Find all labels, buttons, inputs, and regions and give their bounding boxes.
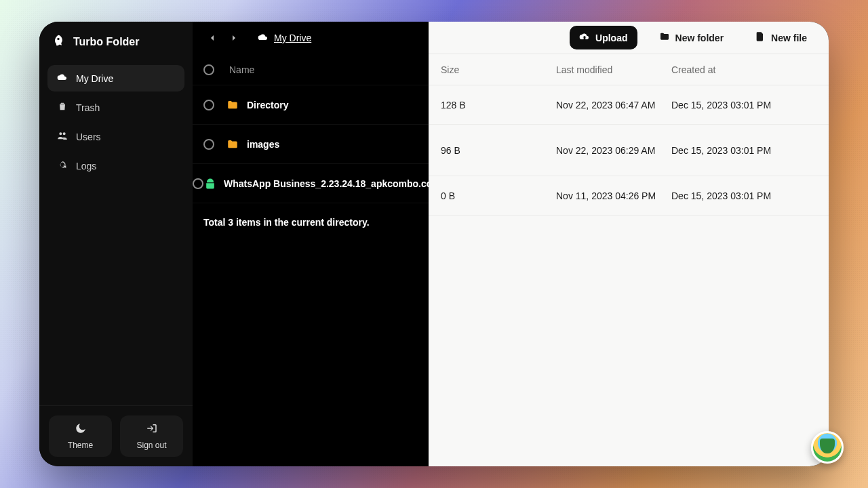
new-folder-icon xyxy=(659,31,670,44)
cell-modified: Nov 22, 2023 06:29 AM xyxy=(556,145,671,156)
cell-modified: Nov 11, 2023 04:26 PM xyxy=(556,190,671,201)
app-title: Turbo Folder xyxy=(73,36,139,48)
row-name: images xyxy=(247,139,279,150)
white-panel: Upload New folder New file Size Last mod… xyxy=(429,22,829,466)
folder-icon xyxy=(225,98,240,113)
trash-icon xyxy=(57,101,68,114)
upload-button[interactable]: Upload xyxy=(570,26,637,49)
svg-point-0 xyxy=(57,38,59,40)
header-name[interactable]: Name xyxy=(225,64,254,75)
cell-created: Dec 15, 2023 03:01 PM xyxy=(671,145,787,156)
signout-button[interactable]: Sign out xyxy=(120,415,183,457)
avatar[interactable] xyxy=(811,431,844,464)
table-row[interactable]: 128 B Nov 22, 2023 06:47 AM Dec 15, 2023… xyxy=(429,85,829,125)
app-window: Turbo Folder My Drive Trash Users Logs xyxy=(39,22,829,466)
sidebar-item-users[interactable]: Users xyxy=(47,123,184,150)
folder-icon xyxy=(225,137,240,152)
row-name: Directory xyxy=(247,100,288,110)
table-row[interactable]: images xyxy=(193,125,429,164)
row-checkbox[interactable] xyxy=(203,139,214,150)
table-row[interactable]: 0 B Nov 11, 2023 04:26 PM Dec 15, 2023 0… xyxy=(429,176,829,216)
cell-created: Dec 15, 2023 03:01 PM xyxy=(671,190,787,201)
sidebar-item-logs[interactable]: Logs xyxy=(47,152,184,179)
sidebar-nav: My Drive Trash Users Logs xyxy=(39,60,193,184)
sidebar-item-label: Logs xyxy=(76,161,96,171)
cell-size: 128 B xyxy=(441,100,556,110)
upload-label: Upload xyxy=(595,33,627,43)
breadcrumb-label: My Drive xyxy=(274,33,311,43)
dark-panel: My Drive Name Directory images xyxy=(193,22,429,466)
header-created[interactable]: Created at xyxy=(671,64,787,75)
rocket-icon xyxy=(52,34,65,50)
select-all-checkbox[interactable] xyxy=(203,64,214,75)
sidebar: Turbo Folder My Drive Trash Users Logs xyxy=(39,22,193,466)
upload-icon xyxy=(579,31,590,44)
cloud-icon xyxy=(57,72,68,85)
breadcrumb[interactable]: My Drive xyxy=(258,32,311,45)
nav-forward-button[interactable] xyxy=(226,30,241,45)
new-folder-button[interactable]: New folder xyxy=(650,26,734,49)
cloud-icon xyxy=(258,32,269,45)
header-size[interactable]: Size xyxy=(441,64,556,75)
row-checkbox[interactable] xyxy=(193,178,203,189)
cell-created: Dec 15, 2023 03:01 PM xyxy=(671,100,787,110)
sidebar-item-trash[interactable]: Trash xyxy=(47,94,184,121)
sidebar-item-label: My Drive xyxy=(76,73,113,84)
row-name: WhatsApp Business_2.23.24.18_apkcombo.co… xyxy=(224,178,460,189)
header-modified[interactable]: Last modified xyxy=(556,64,671,75)
new-file-button[interactable]: New file xyxy=(745,26,816,49)
table-row[interactable]: Directory xyxy=(193,85,429,125)
sidebar-item-label: Trash xyxy=(76,102,100,113)
sidebar-footer: Theme Sign out xyxy=(39,405,193,466)
white-topbar: Upload New folder New file xyxy=(429,22,829,54)
table-row[interactable]: WhatsApp Business_2.23.24.18_apkcombo.co… xyxy=(193,164,429,203)
table-header-dark: Name xyxy=(193,54,429,85)
main-content: My Drive Name Directory images xyxy=(193,22,829,466)
dark-topbar: My Drive xyxy=(193,22,429,54)
nav-back-button[interactable] xyxy=(205,30,220,45)
row-checkbox[interactable] xyxy=(203,100,214,110)
refresh-icon xyxy=(57,159,68,172)
new-file-icon xyxy=(755,31,766,44)
theme-button[interactable]: Theme xyxy=(49,415,112,457)
moon-icon xyxy=(75,422,87,436)
table-row[interactable]: 96 B Nov 22, 2023 06:29 AM Dec 15, 2023 … xyxy=(429,125,829,176)
cell-size: 0 B xyxy=(441,190,556,201)
theme-label: Theme xyxy=(68,441,93,450)
users-icon xyxy=(57,130,68,143)
cell-modified: Nov 22, 2023 06:47 AM xyxy=(556,100,671,110)
signout-label: Sign out xyxy=(136,441,166,450)
sidebar-item-label: Users xyxy=(76,131,101,142)
cell-size: 96 B xyxy=(441,145,556,156)
table-header-white: Size Last modified Created at xyxy=(429,54,829,85)
app-brand: Turbo Folder xyxy=(39,22,193,60)
sidebar-item-my-drive[interactable]: My Drive xyxy=(47,65,184,92)
new-file-label: New file xyxy=(771,33,807,43)
table-footer: Total 3 items in the current directory. xyxy=(193,203,429,241)
signout-icon xyxy=(146,422,158,436)
new-folder-label: New folder xyxy=(675,33,724,43)
android-icon xyxy=(203,176,217,191)
